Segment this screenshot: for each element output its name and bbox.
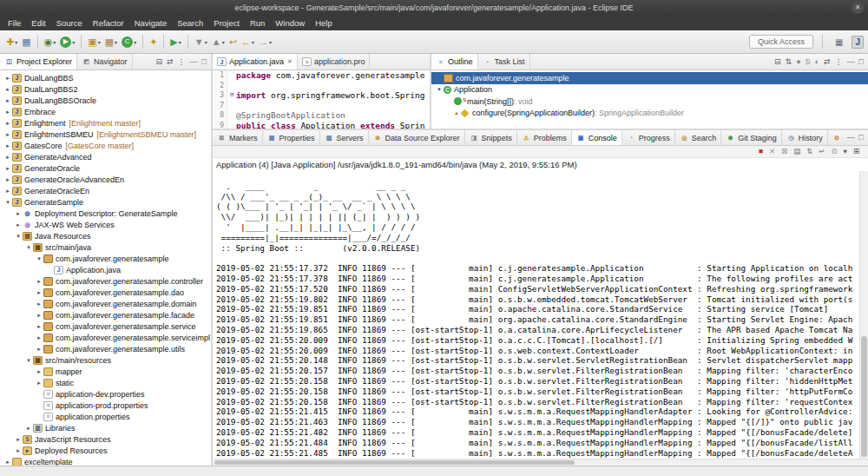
quick-access-button[interactable]: Quick Access bbox=[749, 35, 813, 49]
window-close-button[interactable]: ✕ bbox=[852, 2, 864, 14]
expand-arrow-icon[interactable]: ▸ bbox=[35, 334, 43, 341]
menu-file[interactable]: File bbox=[3, 17, 26, 30]
java-perspective-icon[interactable]: J bbox=[852, 36, 864, 49]
menu-navigate[interactable]: Navigate bbox=[129, 17, 173, 30]
tab-servers[interactable]: ▥Servers bbox=[320, 130, 369, 145]
debug-button[interactable]: ◉▾ bbox=[43, 33, 58, 50]
new-java-project-button[interactable]: ▣▾ bbox=[86, 33, 102, 50]
expand-arrow-icon[interactable]: ▸ bbox=[14, 221, 23, 228]
outline-item[interactable]: Smain(String[]) : void bbox=[431, 96, 868, 108]
tree-item[interactable]: ▸com.javaforever.generatesample.utils bbox=[0, 343, 211, 354]
tree-item[interactable]: ≡application-prod.properties bbox=[0, 400, 211, 411]
last-edit-location-button[interactable]: ↩ bbox=[227, 33, 239, 50]
collapse-all-icon[interactable]: ⊟ bbox=[774, 58, 781, 66]
tab-markers[interactable]: ⊠Markers bbox=[213, 130, 263, 145]
collapse-arrow-icon[interactable]: ▾ bbox=[14, 233, 23, 240]
remove-all-launches-button[interactable]: ⊠ bbox=[781, 148, 787, 155]
menu-window[interactable]: Window bbox=[270, 17, 310, 30]
expand-arrow-icon[interactable]: ▸ bbox=[14, 447, 23, 454]
expand-arrow-icon[interactable]: ▸ bbox=[3, 75, 12, 82]
menu-project[interactable]: Project bbox=[208, 17, 245, 30]
hide-fields-icon[interactable]: ● bbox=[796, 58, 800, 66]
maximize-view-icon[interactable]: □ bbox=[202, 58, 207, 66]
tab-problems[interactable]: ⚠Problems bbox=[517, 130, 572, 145]
expand-arrow-icon[interactable]: ▸ bbox=[3, 165, 12, 172]
expand-arrow-icon[interactable]: ▸ bbox=[35, 380, 43, 387]
expand-arrow-icon[interactable]: ▸ bbox=[3, 188, 12, 195]
tab-snippets[interactable]: ◨Snippets bbox=[465, 130, 517, 145]
expand-arrow-icon[interactable]: ▸ bbox=[3, 109, 12, 116]
scrollbar-thumb[interactable] bbox=[861, 336, 867, 457]
open-console-button[interactable]: ⊞ bbox=[853, 148, 859, 155]
tab-data-source-explorer[interactable]: ⊜Data Source Explorer bbox=[369, 130, 465, 145]
view-menu-icon[interactable]: ⋮ bbox=[835, 58, 843, 66]
tree-item[interactable]: ▸JDualLangBBS2 bbox=[0, 83, 211, 95]
vertical-scrollbar[interactable] bbox=[859, 171, 868, 459]
close-icon[interactable]: ✕ bbox=[287, 58, 293, 65]
maximize-view-icon[interactable]: □ bbox=[859, 134, 864, 142]
menu-edit[interactable]: Edit bbox=[26, 17, 50, 30]
console-output[interactable]: . ____ _ __ _ _ /\\ / ___'_ __ _ _(_)_ _… bbox=[213, 171, 868, 459]
remove-launch-button[interactable]: ✕ bbox=[769, 148, 775, 155]
expand-arrow-icon[interactable]: ▸ bbox=[3, 142, 12, 149]
expand-arrow-icon[interactable]: ▸ bbox=[3, 120, 12, 127]
search-button[interactable]: ✦ bbox=[148, 33, 159, 50]
expand-arrow-icon[interactable]: ▸ bbox=[35, 278, 43, 285]
view-menu-icon[interactable]: ⋮ bbox=[178, 58, 186, 66]
word-wrap-button[interactable]: ↵ bbox=[819, 148, 825, 155]
expand-arrow-icon[interactable]: ▸ bbox=[3, 97, 12, 104]
expand-arrow-icon[interactable]: ▸ bbox=[35, 323, 43, 330]
outline-item[interactable]: ▾CApplication bbox=[431, 84, 868, 96]
hide-non-public-icon[interactable]: ◐ bbox=[815, 58, 819, 66]
tab-project-explorer[interactable]: ◫Project Explorer bbox=[0, 54, 77, 69]
external-tools-button[interactable]: ▶▾ bbox=[168, 33, 182, 50]
tree-item[interactable]: ▸com.javaforever.generatesample.service bbox=[0, 321, 211, 332]
scroll-lock-button[interactable]: ⇅ bbox=[806, 148, 812, 155]
expand-arrow-icon[interactable]: ▸ bbox=[35, 346, 43, 353]
minimize-view-icon[interactable]: — bbox=[847, 58, 855, 66]
tree-item[interactable]: ▸JEmbrace bbox=[0, 106, 211, 117]
tab-task-list[interactable]: ◔Task List bbox=[478, 54, 530, 69]
minimize-view-icon[interactable]: — bbox=[190, 58, 198, 66]
previous-annotation-button[interactable]: ▲▾ bbox=[210, 33, 227, 50]
expand-arrow-icon[interactable]: ▸ bbox=[3, 86, 12, 93]
collapse-arrow-icon[interactable]: ▾ bbox=[35, 255, 43, 262]
scrollbar-thumb[interactable] bbox=[214, 460, 575, 465]
new-package-button[interactable]: ▦▾ bbox=[103, 33, 119, 50]
expand-arrow-icon[interactable]: ▸ bbox=[3, 154, 12, 161]
expand-arrow-icon[interactable]: ▸ bbox=[14, 436, 23, 443]
pin-console-button[interactable]: ⊙ bbox=[831, 148, 837, 155]
collapse-arrow-icon[interactable]: ▾ bbox=[3, 199, 12, 206]
next-annotation-button[interactable]: ▼▾ bbox=[193, 33, 209, 50]
tree-item[interactable]: ▾▦src/main/resources bbox=[0, 354, 211, 366]
tree-item[interactable]: ▸JDualLangBBSOracle bbox=[0, 95, 211, 106]
tree-item[interactable]: ▾▦src/main/java bbox=[0, 241, 211, 253]
tree-item[interactable]: ▸JGenerateOracle bbox=[0, 162, 211, 174]
tab-search[interactable]: ◎Search bbox=[675, 130, 722, 145]
tab-git-repositories[interactable]: ⊙Git Repositories bbox=[828, 130, 843, 145]
tab-history[interactable]: ◷History bbox=[782, 130, 828, 145]
tree-item[interactable]: ▸mapper bbox=[0, 366, 211, 377]
tab-outline[interactable]: ≡Outline bbox=[431, 54, 478, 69]
tab-progress[interactable]: ◔Progress bbox=[622, 130, 675, 145]
tab-application-java[interactable]: JApplication.java✕ bbox=[213, 54, 298, 69]
expand-arrow-icon[interactable]: ▸ bbox=[35, 312, 43, 319]
tree-item[interactable]: ▸static bbox=[0, 377, 211, 388]
tree-item[interactable]: ▸JGenerateOracleAdvancedEn bbox=[0, 174, 211, 185]
collapse-arrow-icon[interactable]: ▾ bbox=[435, 86, 444, 93]
menu-search[interactable]: Search bbox=[172, 17, 208, 30]
tree-item[interactable]: ▸com.javaforever.generatesample.controll… bbox=[0, 275, 211, 287]
tree-item[interactable]: ▸com.javaforever.generatesample.domain bbox=[0, 298, 211, 309]
sort-icon[interactable]: ⇅ bbox=[786, 58, 792, 66]
horizontal-scrollbar[interactable] bbox=[213, 459, 868, 466]
menu-help[interactable]: Help bbox=[310, 17, 338, 30]
tree-item[interactable]: ▸JEnlightmentSBMEU[EnlightmentSBMEU mast… bbox=[0, 129, 211, 140]
clear-console-button[interactable]: ▤ bbox=[793, 148, 800, 155]
tree-item[interactable]: ▸JGatesCore[GatesCore master] bbox=[0, 140, 211, 151]
run-button[interactable]: ▶▾ bbox=[58, 33, 76, 50]
tree-item[interactable]: ▸com.javaforever.generatesample.servicei… bbox=[0, 332, 211, 343]
tree-item[interactable]: ▸com.javaforever.generatesample.dao bbox=[0, 287, 211, 298]
tree-item[interactable]: ▸com.javaforever.generatesample.facade bbox=[0, 309, 211, 321]
expand-arrow-icon[interactable]: ▸ bbox=[24, 425, 33, 432]
tree-item[interactable]: ▸▥Libraries bbox=[0, 422, 211, 433]
